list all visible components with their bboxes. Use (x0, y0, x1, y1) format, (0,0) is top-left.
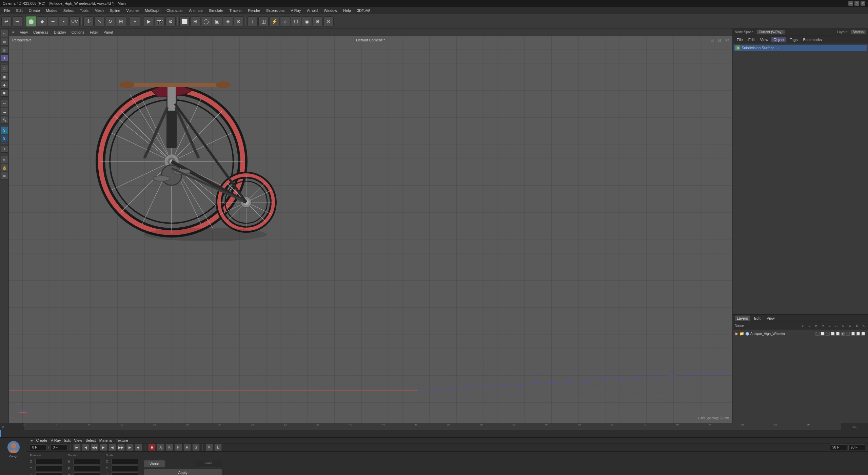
menu-file[interactable]: File (1, 8, 13, 13)
layout-value[interactable]: Startup (850, 30, 866, 35)
transport-layer[interactable]: L (214, 443, 222, 451)
render-settings-btn[interactable]: ⚙ (165, 16, 176, 26)
scale-tool-btn[interactable]: ⤡ (94, 16, 104, 26)
menu-window[interactable]: Window (321, 8, 340, 13)
rot-h-input[interactable] (73, 459, 100, 464)
transport-prev-keyframe[interactable]: ◀◀ (91, 443, 98, 451)
maximize-button[interactable]: □ (854, 1, 859, 6)
scl-z-input[interactable] (111, 472, 138, 475)
vp-menu-display[interactable]: Display (53, 30, 67, 35)
menu-edit[interactable]: Edit (14, 8, 25, 13)
tool-material-2[interactable]: S (1, 135, 8, 142)
timeline-track[interactable] (0, 430, 868, 438)
viewport-settings-icon[interactable]: ⚙ (724, 37, 730, 43)
right-tab-view[interactable]: View (758, 37, 770, 42)
tool-layers-2[interactable]: 🔒 (1, 164, 8, 171)
layer-icon-3[interactable]: ⬛ (826, 332, 830, 336)
transport-keyframe[interactable]: K (166, 443, 173, 451)
uv-mode-btn[interactable]: UV (70, 16, 80, 26)
right-tab-bookmarks[interactable]: Bookmarks (801, 37, 824, 42)
tool-3d-4[interactable]: ⬢ (1, 89, 8, 97)
menu-select[interactable]: Select (61, 8, 77, 13)
tool-arrow[interactable]: ↖ (1, 30, 8, 37)
misc-btn-5[interactable]: ⬡ (291, 16, 301, 26)
misc-btn-8[interactable]: ⊙ (323, 16, 334, 26)
misc-btn-4[interactable]: ☆ (280, 16, 290, 26)
create-object-btn[interactable]: + (130, 16, 140, 26)
menu-volume[interactable]: Volume (124, 8, 142, 13)
vp-menu-icon[interactable]: ≡ (11, 30, 16, 35)
transport-rot-key[interactable]: R (183, 443, 191, 451)
misc-btn-3[interactable]: ⚡ (269, 16, 279, 26)
menu-vray[interactable]: V-Ray (288, 8, 303, 13)
bottom-menu-material[interactable]: Material (98, 438, 114, 443)
menu-create[interactable]: Create (26, 8, 43, 13)
menu-extensions[interactable]: Extensions (263, 8, 287, 13)
menu-tracker[interactable]: Tracker (227, 8, 245, 13)
viewport-maximize-icon[interactable]: ⊞ (709, 37, 715, 43)
bottom-menu-create[interactable]: Create (35, 438, 48, 443)
layers-tab-view[interactable]: View (765, 316, 777, 321)
edge-mode-btn[interactable]: ━ (48, 16, 58, 26)
end-frame-total[interactable] (848, 444, 865, 450)
tool-misc[interactable]: ⊕ (1, 172, 8, 179)
tool-paint-3[interactable]: 🔧 (1, 116, 8, 124)
layer-icon-10[interactable]: ⬜ (861, 332, 865, 336)
pos-z-input[interactable] (35, 472, 62, 475)
close-button[interactable]: ✕ (861, 1, 865, 6)
undo-button[interactable]: ↩ (1, 16, 12, 26)
tool-3d-3[interactable]: ◆ (1, 81, 8, 89)
view-1-btn[interactable]: ⬜ (179, 16, 190, 26)
rot-b-input[interactable] (73, 472, 100, 475)
window-controls[interactable]: ─ □ ✕ (848, 1, 865, 6)
menu-mograph[interactable]: MoGraph (142, 8, 163, 13)
menu-animate[interactable]: Animate (186, 8, 205, 13)
bottom-menu-select[interactable]: Select (84, 438, 97, 443)
tool-paint-2[interactable]: ☁ (1, 108, 8, 115)
layer-item-antique[interactable]: ▶ 📁 Antique_High_Wheeler ⬛ ⬜ ⬛ ⬜ ⬜ ▶ ⬛ (734, 331, 867, 337)
tool-lasso[interactable]: ◎ (1, 46, 8, 54)
transport-play-reverse[interactable]: ◀ (108, 443, 116, 451)
move-tool-btn[interactable]: ✛ (83, 16, 94, 26)
misc-btn-7[interactable]: ⊕ (313, 16, 323, 26)
menu-spline[interactable]: Spline (107, 8, 123, 13)
rot-p-input[interactable] (73, 466, 100, 471)
bottom-menu-icon[interactable]: ≡ (29, 438, 34, 443)
tool-paint-1[interactable]: ✏ (1, 100, 8, 107)
point-mode-btn[interactable]: ◆ (37, 16, 47, 26)
vp-menu-panel[interactable]: Panel (102, 30, 114, 35)
layer-icon-4[interactable]: ⬜ (831, 332, 835, 336)
viewport-frame-icon[interactable]: ⊡ (717, 37, 722, 43)
polygon-mode-btn[interactable]: ▪ (59, 16, 69, 26)
menu-modes[interactable]: Modes (43, 8, 60, 13)
view-extra2-btn[interactable]: ⊛ (234, 16, 244, 26)
pos-x-input[interactable] (35, 459, 62, 464)
layer-icon-8[interactable]: ⬜ (851, 332, 855, 336)
misc-btn-1[interactable]: ↕ (248, 16, 258, 26)
vp-menu-cameras[interactable]: Cameras (32, 30, 50, 35)
layer-icon-5[interactable]: ⬜ (836, 332, 840, 336)
vp-menu-view[interactable]: View (18, 30, 29, 35)
rotate-tool-btn[interactable]: ↻ (105, 16, 115, 26)
transport-play-forward[interactable]: ▶ (100, 443, 107, 451)
redo-button[interactable]: ↪ (12, 16, 22, 26)
vp-menu-options[interactable]: Options (70, 30, 86, 35)
transport-auto[interactable]: A (157, 443, 164, 451)
menu-render[interactable]: Render (245, 8, 263, 13)
tool-3d-1[interactable]: ⬡ (1, 65, 8, 72)
transport-pos-key[interactable]: P (175, 443, 182, 451)
view-extra-btn[interactable]: ◈ (223, 16, 233, 26)
layer-icon-7[interactable]: ⬛ (846, 332, 850, 336)
layers-tab-layers[interactable]: Layers (735, 316, 750, 321)
layers-tab-edit[interactable]: Edit (752, 316, 763, 321)
scl-x-input[interactable] (111, 459, 138, 464)
layer-icon-1[interactable]: ⬛ (815, 332, 820, 336)
menu-tools[interactable]: Tools (77, 8, 91, 13)
transport-go-end[interactable]: ⏭ (135, 443, 142, 451)
tool-layers-1[interactable]: ≡ (1, 156, 8, 163)
minimize-button[interactable]: ─ (848, 1, 853, 6)
bottom-menu-texture[interactable]: Texture (115, 438, 130, 443)
start-frame-total[interactable] (830, 444, 847, 450)
transport-next-keyframe[interactable]: ▶▶ (117, 443, 125, 451)
menu-mesh[interactable]: Mesh (92, 8, 106, 13)
